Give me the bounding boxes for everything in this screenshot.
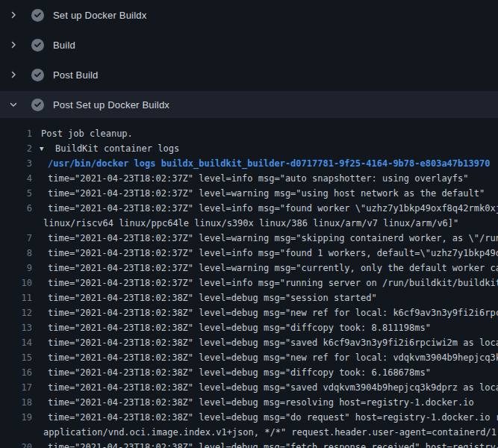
command-text: /usr/bin/docker logs buildx_buildkit_bui… xyxy=(32,156,490,171)
log-line: 8time="2021-04-23T18:02:37Z" level=info … xyxy=(0,246,498,261)
chevron-right-icon[interactable] xyxy=(7,69,19,81)
log-text: time="2021-04-23T18:02:37Z" level=info m… xyxy=(32,276,498,290)
group-collapse-triangle-icon[interactable]: ▼ xyxy=(32,141,52,156)
log-text: time="2021-04-23T18:02:38Z" level=debug … xyxy=(32,290,377,305)
log-line: 9time="2021-04-23T18:02:37Z" level=warni… xyxy=(0,261,498,276)
log-line: 16time="2021-04-23T18:02:38Z" level=debu… xyxy=(0,365,498,380)
line-number[interactable]: 10 xyxy=(0,276,32,290)
log-text: Post job cleanup. xyxy=(32,126,133,141)
log-text: application/vnd.oci.image.index.v1+json,… xyxy=(43,425,498,440)
step-title: Post Build xyxy=(53,69,99,81)
log-text: time="2021-04-23T18:02:38Z" level=debug … xyxy=(32,410,498,425)
log-line: 2▼BuildKit container logs xyxy=(0,141,498,156)
chevron-right-icon[interactable] xyxy=(7,39,19,51)
log-text: time="2021-04-23T18:02:38Z" level=debug … xyxy=(32,335,498,350)
line-number[interactable]: 20 xyxy=(0,440,32,448)
line-number[interactable]: 8 xyxy=(0,246,32,261)
log-line: 6time="2021-04-23T18:02:37Z" level=info … xyxy=(0,201,498,216)
log-line: 15time="2021-04-23T18:02:38Z" level=debu… xyxy=(0,350,498,365)
log-line: 7time="2021-04-23T18:02:37Z" level=warni… xyxy=(0,231,498,246)
log-text: BuildKit container logs xyxy=(52,141,179,156)
log-text: time="2021-04-23T18:02:38Z" level=debug … xyxy=(32,380,498,395)
line-number[interactable]: 15 xyxy=(0,350,32,365)
step-title: Build xyxy=(53,40,75,51)
log-text: time="2021-04-23T18:02:37Z" level=warnin… xyxy=(32,186,485,201)
line-number[interactable]: 14 xyxy=(0,335,32,350)
line-number[interactable]: 17 xyxy=(0,380,32,395)
log-line: 18time="2021-04-23T18:02:38Z" level=debu… xyxy=(0,395,498,410)
log-text: time="2021-04-23T18:02:37Z" level=info m… xyxy=(32,171,469,186)
step-header-post-build[interactable]: Post Build xyxy=(0,60,498,90)
step-list: Set up Docker BuildxBuildPost BuildPost … xyxy=(0,0,498,118)
success-check-icon xyxy=(31,99,44,111)
log-text: time="2021-04-23T18:02:38Z" level=debug … xyxy=(32,365,431,380)
log-text: time="2021-04-23T18:02:38Z" level=debug … xyxy=(32,320,431,335)
line-number[interactable]: 5 xyxy=(0,186,32,201)
log-line: 5time="2021-04-23T18:02:37Z" level=warni… xyxy=(0,186,498,201)
line-number[interactable]: 2 xyxy=(0,141,32,156)
log-line: 10time="2021-04-23T18:02:37Z" level=info… xyxy=(0,276,498,290)
log-text: time="2021-04-23T18:02:37Z" level=info m… xyxy=(32,201,498,216)
log-line-continuation: application/vnd.oci.image.index.v1+json,… xyxy=(0,425,498,440)
step-header-post-set-up-docker-buildx[interactable]: Post Set up Docker Buildx xyxy=(0,91,498,118)
line-number[interactable]: 12 xyxy=(0,305,32,320)
log-text: time="2021-04-23T18:02:38Z" level=debug … xyxy=(32,440,498,448)
line-number[interactable]: 4 xyxy=(0,171,32,186)
line-number[interactable]: 16 xyxy=(0,365,32,380)
log-line: 12time="2021-04-23T18:02:38Z" level=debu… xyxy=(0,305,498,320)
line-number[interactable]: 11 xyxy=(0,290,32,305)
line-number[interactable]: 19 xyxy=(0,410,32,425)
line-number[interactable]: 18 xyxy=(0,395,32,410)
line-number[interactable]: 6 xyxy=(0,201,32,216)
log-text: time="2021-04-23T18:02:37Z" level=info m… xyxy=(32,246,498,261)
log-text: linux/riscv64 linux/ppc64le linux/s390x … xyxy=(43,216,458,231)
success-check-icon xyxy=(31,69,44,81)
chevron-right-icon[interactable] xyxy=(7,9,19,21)
log-text: time="2021-04-23T18:02:38Z" level=debug … xyxy=(32,305,498,320)
step-header-build[interactable]: Build xyxy=(0,30,498,60)
success-check-icon xyxy=(31,9,44,22)
line-number[interactable]: 3 xyxy=(0,156,32,171)
log-viewer: 1Post job cleanup.2▼BuildKit container l… xyxy=(0,119,498,448)
line-number[interactable]: 7 xyxy=(0,231,32,246)
line-number[interactable]: 9 xyxy=(0,261,32,276)
log-line: 3/usr/bin/docker logs buildx_buildkit_bu… xyxy=(0,156,498,171)
log-line: 13time="2021-04-23T18:02:38Z" level=debu… xyxy=(0,320,498,335)
log-line: 14time="2021-04-23T18:02:38Z" level=debu… xyxy=(0,335,498,350)
log-text: time="2021-04-23T18:02:38Z" level=debug … xyxy=(32,395,474,410)
log-line: 17time="2021-04-23T18:02:38Z" level=debu… xyxy=(0,380,498,395)
log-line: 19time="2021-04-23T18:02:38Z" level=debu… xyxy=(0,410,498,425)
step-title: Post Set up Docker Buildx xyxy=(53,99,169,111)
log-line-continuation: linux/riscv64 linux/ppc64le linux/s390x … xyxy=(0,216,498,231)
log-text: time="2021-04-23T18:02:38Z" level=debug … xyxy=(32,350,498,365)
log-line: 4time="2021-04-23T18:02:37Z" level=info … xyxy=(0,171,498,186)
log-line: 1Post job cleanup. xyxy=(0,126,498,141)
line-number[interactable]: 13 xyxy=(0,320,32,335)
step-title: Set up Docker Buildx xyxy=(53,10,146,21)
success-check-icon xyxy=(31,39,44,52)
log-text: time="2021-04-23T18:02:37Z" level=warnin… xyxy=(32,231,498,246)
log-line: 20time="2021-04-23T18:02:38Z" level=debu… xyxy=(0,440,498,448)
log-text: time="2021-04-23T18:02:37Z" level=warnin… xyxy=(32,261,498,276)
log-line: 11time="2021-04-23T18:02:38Z" level=debu… xyxy=(0,290,498,305)
step-header-set-up-docker-buildx[interactable]: Set up Docker Buildx xyxy=(0,0,498,30)
chevron-down-icon[interactable] xyxy=(7,99,19,111)
line-number[interactable]: 1 xyxy=(0,126,32,141)
